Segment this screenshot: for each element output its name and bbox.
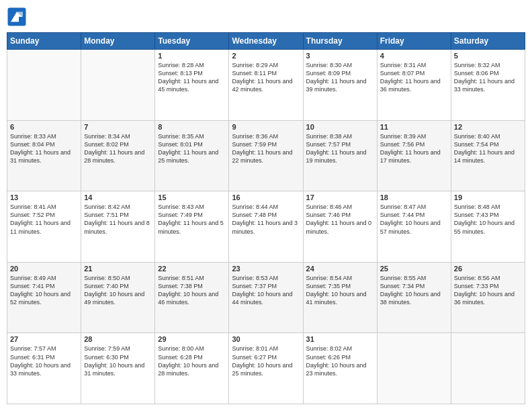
cell-content: Sunrise: 8:48 AM Sunset: 7:43 PM Dayligh…	[454, 203, 522, 236]
calendar-cell: 17Sunrise: 8:46 AM Sunset: 7:46 PM Dayli…	[303, 191, 377, 263]
calendar-cell	[81, 50, 155, 121]
cell-content: Sunrise: 8:33 AM Sunset: 8:04 PM Dayligh…	[10, 132, 78, 165]
calendar-cell: 15Sunrise: 8:43 AM Sunset: 7:49 PM Dayli…	[155, 191, 229, 263]
day-number: 13	[10, 193, 78, 201]
calendar-cell: 20Sunrise: 8:49 AM Sunset: 7:41 PM Dayli…	[7, 262, 81, 333]
logo-icon	[7, 7, 27, 27]
calendar-cell: 31Sunrise: 8:02 AM Sunset: 6:26 PM Dayli…	[303, 333, 377, 404]
calendar-cell: 23Sunrise: 8:53 AM Sunset: 7:37 PM Dayli…	[229, 262, 303, 333]
calendar-cell: 14Sunrise: 8:42 AM Sunset: 7:51 PM Dayli…	[81, 191, 155, 263]
day-number: 8	[158, 123, 226, 131]
main-container: SundayMondayTuesdayWednesdayThursdayFrid…	[0, 0, 532, 411]
calendar-header-row: SundayMondayTuesdayWednesdayThursdayFrid…	[7, 33, 525, 50]
calendar-cell: 8Sunrise: 8:35 AM Sunset: 8:01 PM Daylig…	[155, 120, 229, 191]
calendar-cell	[451, 333, 525, 404]
day-number: 7	[84, 123, 152, 131]
calendar-day-header: Saturday	[451, 33, 525, 50]
cell-content: Sunrise: 8:54 AM Sunset: 7:35 PM Dayligh…	[306, 274, 374, 307]
calendar-cell: 12Sunrise: 8:40 AM Sunset: 7:54 PM Dayli…	[451, 120, 525, 191]
cell-content: Sunrise: 7:59 AM Sunset: 6:30 PM Dayligh…	[84, 345, 152, 377]
calendar-cell: 28Sunrise: 7:59 AM Sunset: 6:30 PM Dayli…	[81, 333, 155, 404]
calendar-day-header: Wednesday	[229, 33, 303, 50]
cell-content: Sunrise: 8:36 AM Sunset: 7:59 PM Dayligh…	[232, 132, 300, 165]
calendar-cell: 18Sunrise: 8:47 AM Sunset: 7:44 PM Dayli…	[377, 191, 451, 263]
calendar-cell: 6Sunrise: 8:33 AM Sunset: 8:04 PM Daylig…	[7, 120, 81, 191]
day-number: 31	[306, 335, 374, 343]
day-number: 30	[232, 335, 300, 343]
cell-content: Sunrise: 8:49 AM Sunset: 7:41 PM Dayligh…	[10, 274, 78, 307]
day-number: 4	[380, 52, 448, 60]
day-number: 10	[306, 123, 374, 131]
calendar-cell: 19Sunrise: 8:48 AM Sunset: 7:43 PM Dayli…	[451, 191, 525, 263]
calendar-cell: 1Sunrise: 8:28 AM Sunset: 8:13 PM Daylig…	[155, 50, 229, 121]
calendar-table: SundayMondayTuesdayWednesdayThursdayFrid…	[7, 32, 525, 404]
cell-content: Sunrise: 8:46 AM Sunset: 7:46 PM Dayligh…	[306, 203, 374, 236]
day-number: 21	[84, 265, 152, 273]
calendar-cell: 25Sunrise: 8:55 AM Sunset: 7:34 PM Dayli…	[377, 262, 451, 333]
day-number: 22	[158, 265, 226, 273]
day-number: 26	[454, 265, 522, 273]
cell-content: Sunrise: 8:50 AM Sunset: 7:40 PM Dayligh…	[84, 274, 152, 307]
calendar-day-header: Thursday	[303, 33, 377, 50]
day-number: 25	[380, 265, 448, 273]
day-number: 19	[454, 193, 522, 201]
calendar-cell: 24Sunrise: 8:54 AM Sunset: 7:35 PM Dayli…	[303, 262, 377, 333]
calendar-cell: 13Sunrise: 8:41 AM Sunset: 7:52 PM Dayli…	[7, 191, 81, 263]
day-number: 29	[158, 335, 226, 343]
cell-content: Sunrise: 8:56 AM Sunset: 7:33 PM Dayligh…	[454, 274, 522, 307]
cell-content: Sunrise: 7:57 AM Sunset: 6:31 PM Dayligh…	[10, 345, 78, 377]
calendar-day-header: Monday	[81, 33, 155, 50]
cell-content: Sunrise: 8:39 AM Sunset: 7:56 PM Dayligh…	[380, 132, 448, 165]
cell-content: Sunrise: 8:01 AM Sunset: 6:27 PM Dayligh…	[232, 345, 300, 377]
cell-content: Sunrise: 8:47 AM Sunset: 7:44 PM Dayligh…	[380, 203, 448, 236]
calendar-cell	[377, 333, 451, 404]
day-number: 15	[158, 193, 226, 201]
cell-content: Sunrise: 8:51 AM Sunset: 7:38 PM Dayligh…	[158, 274, 226, 307]
calendar-week-row: 20Sunrise: 8:49 AM Sunset: 7:41 PM Dayli…	[7, 262, 525, 333]
day-number: 17	[306, 193, 374, 201]
cell-content: Sunrise: 8:41 AM Sunset: 7:52 PM Dayligh…	[10, 203, 78, 236]
day-number: 28	[84, 335, 152, 343]
calendar-cell: 5Sunrise: 8:32 AM Sunset: 8:06 PM Daylig…	[451, 50, 525, 121]
day-number: 5	[454, 52, 522, 60]
cell-content: Sunrise: 8:42 AM Sunset: 7:51 PM Dayligh…	[84, 203, 152, 236]
cell-content: Sunrise: 8:43 AM Sunset: 7:49 PM Dayligh…	[158, 203, 226, 236]
calendar-cell: 27Sunrise: 7:57 AM Sunset: 6:31 PM Dayli…	[7, 333, 81, 404]
cell-content: Sunrise: 8:32 AM Sunset: 8:06 PM Dayligh…	[454, 61, 522, 94]
calendar-day-header: Tuesday	[155, 33, 229, 50]
calendar-cell: 11Sunrise: 8:39 AM Sunset: 7:56 PM Dayli…	[377, 120, 451, 191]
day-number: 16	[232, 193, 300, 201]
day-number: 6	[10, 123, 78, 131]
calendar-body: 1Sunrise: 8:28 AM Sunset: 8:13 PM Daylig…	[7, 50, 525, 404]
day-number: 27	[10, 335, 78, 343]
calendar-cell: 3Sunrise: 8:30 AM Sunset: 8:09 PM Daylig…	[303, 50, 377, 121]
cell-content: Sunrise: 8:44 AM Sunset: 7:48 PM Dayligh…	[232, 203, 300, 236]
cell-content: Sunrise: 8:30 AM Sunset: 8:09 PM Dayligh…	[306, 61, 374, 94]
cell-content: Sunrise: 8:02 AM Sunset: 6:26 PM Dayligh…	[306, 345, 374, 377]
day-number: 12	[454, 123, 522, 131]
calendar-week-row: 13Sunrise: 8:41 AM Sunset: 7:52 PM Dayli…	[7, 191, 525, 263]
cell-content: Sunrise: 8:28 AM Sunset: 8:13 PM Dayligh…	[158, 61, 226, 94]
calendar-week-row: 1Sunrise: 8:28 AM Sunset: 8:13 PM Daylig…	[7, 50, 525, 121]
cell-content: Sunrise: 8:31 AM Sunset: 8:07 PM Dayligh…	[380, 61, 448, 94]
calendar-cell: 9Sunrise: 8:36 AM Sunset: 7:59 PM Daylig…	[229, 120, 303, 191]
calendar-cell: 2Sunrise: 8:29 AM Sunset: 8:11 PM Daylig…	[229, 50, 303, 121]
header	[7, 7, 525, 27]
cell-content: Sunrise: 8:34 AM Sunset: 8:02 PM Dayligh…	[84, 132, 152, 165]
day-number: 23	[232, 265, 300, 273]
cell-content: Sunrise: 8:38 AM Sunset: 7:57 PM Dayligh…	[306, 132, 374, 165]
calendar-cell: 10Sunrise: 8:38 AM Sunset: 7:57 PM Dayli…	[303, 120, 377, 191]
day-number: 1	[158, 52, 226, 60]
cell-content: Sunrise: 8:55 AM Sunset: 7:34 PM Dayligh…	[380, 274, 448, 307]
cell-content: Sunrise: 8:35 AM Sunset: 8:01 PM Dayligh…	[158, 132, 226, 165]
calendar-week-row: 6Sunrise: 8:33 AM Sunset: 8:04 PM Daylig…	[7, 120, 525, 191]
day-number: 2	[232, 52, 300, 60]
calendar-day-header: Friday	[377, 33, 451, 50]
cell-content: Sunrise: 8:40 AM Sunset: 7:54 PM Dayligh…	[454, 132, 522, 165]
day-number: 11	[380, 123, 448, 131]
cell-content: Sunrise: 8:00 AM Sunset: 6:28 PM Dayligh…	[158, 345, 226, 377]
calendar-cell: 30Sunrise: 8:01 AM Sunset: 6:27 PM Dayli…	[229, 333, 303, 404]
calendar-cell: 26Sunrise: 8:56 AM Sunset: 7:33 PM Dayli…	[451, 262, 525, 333]
logo	[7, 7, 30, 27]
calendar-cell: 22Sunrise: 8:51 AM Sunset: 7:38 PM Dayli…	[155, 262, 229, 333]
